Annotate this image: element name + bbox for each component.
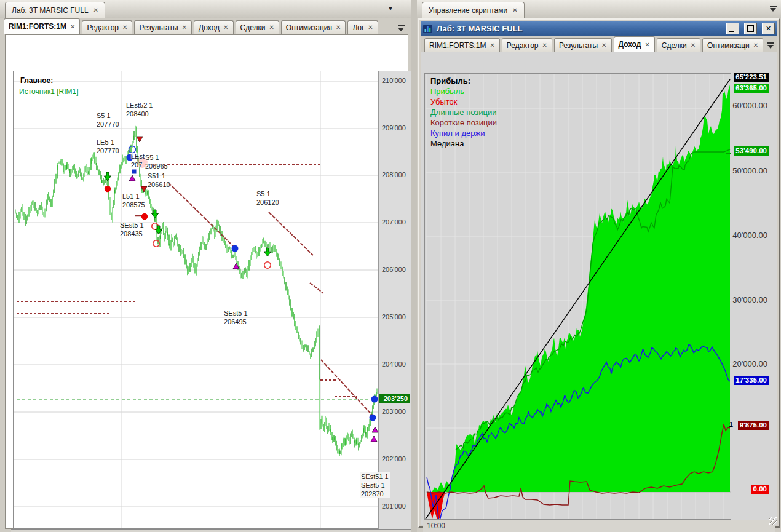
value-badge: 53'490.00 bbox=[734, 146, 769, 156]
workspace-tab-lab[interactable]: Лаб: 3T MARSIC FULL ✕ bbox=[5, 2, 105, 18]
time-axis: 16:00 11.04.2011 12.04.2011 bbox=[11, 529, 411, 532]
value-badge: 65'223.51 bbox=[734, 73, 769, 82]
tab-close-icon[interactable]: ✕ bbox=[122, 24, 127, 31]
y-axis-label: 209'000 bbox=[382, 124, 406, 132]
tab-доход[interactable]: Доход✕ bbox=[614, 36, 655, 52]
chart-group-header[interactable]: Главное: bbox=[20, 76, 53, 85]
long-entry-triangle-icon bbox=[372, 427, 378, 432]
entry-dot-icon bbox=[371, 396, 378, 403]
tab-сделки[interactable]: Сделки✕ bbox=[236, 20, 279, 34]
tab-close-icon[interactable]: ✕ bbox=[644, 41, 649, 48]
equity-axis-labels: 60'000.0050'000.0040'000.0030'000.0020'0… bbox=[727, 71, 772, 520]
tab-label: Лог bbox=[352, 23, 364, 32]
right-panel: Управление скриптами ✕ Лаб: 3T MARSIC FU… bbox=[417, 0, 781, 532]
stop-dot-icon bbox=[105, 186, 111, 192]
panel-menu-arrow-icon[interactable]: ▼ bbox=[387, 5, 394, 12]
legend-item[interactable]: Купил и держи bbox=[430, 128, 497, 138]
tab-rim1-forts-1m[interactable]: RIM1:FORTS:1M✕ bbox=[424, 38, 500, 52]
app-icon bbox=[423, 24, 433, 34]
y-axis-label: 30'000.00 bbox=[732, 295, 767, 304]
tab-close-icon[interactable]: ✕ bbox=[223, 24, 228, 31]
close-icon[interactable]: ✕ bbox=[93, 7, 98, 14]
y-axis-label: 207'000 bbox=[382, 218, 406, 226]
tab-overflow-icon[interactable] bbox=[398, 25, 406, 32]
tab-результаты[interactable]: Результаты✕ bbox=[554, 38, 612, 52]
value-badge: 9'875.00 bbox=[738, 421, 769, 430]
tab-label: Доход bbox=[619, 40, 641, 49]
workspace-tab-scripts[interactable]: Управление скриптами ✕ bbox=[422, 2, 525, 18]
tab-оптимизаци[interactable]: Оптимизаци✕ bbox=[702, 38, 763, 52]
y-axis-label: 205'000 bbox=[382, 313, 406, 320]
equity-chart-area: Прибыль:ПрибыльУбытокДлинные позицииКоро… bbox=[421, 52, 777, 525]
tab-label: Доход bbox=[199, 23, 220, 32]
window-titlebar[interactable]: Лаб: 3T MARSIC FULL ✕ bbox=[421, 21, 777, 36]
chart-source-label[interactable]: Источник1 [RIM1] bbox=[19, 87, 79, 96]
tab-доход[interactable]: Доход✕ bbox=[194, 20, 233, 34]
price-chart[interactable] bbox=[13, 71, 379, 529]
price-chart-frame: 210'000209'000208'000207'000206'000205'0… bbox=[5, 34, 408, 529]
tab-close-icon[interactable]: ✕ bbox=[336, 24, 341, 31]
legend-item[interactable]: Прибыль bbox=[430, 86, 497, 97]
close-button[interactable]: ✕ bbox=[762, 23, 775, 34]
equity-time-axis: 10:00 17.03.2011 24.03.2011 31.03.2011 0… bbox=[423, 520, 775, 532]
pending-circle-icon bbox=[264, 262, 271, 268]
tab-редактор[interactable]: Редактор✕ bbox=[82, 20, 132, 34]
legend-item[interactable]: Медиана bbox=[430, 138, 497, 149]
panel-overflow-icon[interactable] bbox=[770, 5, 778, 12]
entry-dot-icon bbox=[232, 245, 239, 252]
tab-overflow-icon[interactable] bbox=[767, 42, 775, 49]
tab-close-icon[interactable]: ✕ bbox=[542, 42, 547, 49]
y-axis-label: 210'000 bbox=[382, 77, 406, 84]
workspace-tab-label: Управление скриптами bbox=[429, 6, 507, 15]
workspace-tabstrip-left: Лаб: 3T MARSIC FULL ✕ ▼ bbox=[0, 0, 411, 18]
plot-border bbox=[14, 71, 379, 529]
trade-label: LEst207 bbox=[131, 152, 145, 169]
workspace-tabstrip-right: Управление скриптами ✕ bbox=[417, 0, 781, 18]
tab-close-icon[interactable]: ✕ bbox=[490, 42, 494, 49]
tab-сделки[interactable]: Сделки✕ bbox=[657, 38, 700, 52]
tab-label: Оптимизация bbox=[286, 23, 332, 32]
tab-close-icon[interactable]: ✕ bbox=[691, 42, 696, 49]
current-price-badge: 203'250 bbox=[379, 394, 410, 403]
tab-close-icon[interactable]: ✕ bbox=[368, 24, 373, 31]
value-badge: 17'335.00 bbox=[734, 376, 769, 385]
resize-grip[interactable] bbox=[769, 517, 777, 525]
tab-лог[interactable]: Лог✕ bbox=[347, 20, 378, 34]
sell-triangle-icon bbox=[137, 137, 143, 142]
tab-close-icon[interactable]: ✕ bbox=[182, 24, 187, 31]
y-axis-label: 60'000.00 bbox=[732, 101, 767, 110]
tab-оптимизация[interactable]: Оптимизация✕ bbox=[281, 20, 346, 34]
legend-item[interactable]: Убыток bbox=[430, 97, 497, 107]
app-root: Лаб: 3T MARSIC FULL ✕ ▼ RIM1:FORTS:1M✕Ре… bbox=[0, 0, 781, 532]
tab-rim1-forts-1m[interactable]: RIM1:FORTS:1M✕ bbox=[4, 18, 80, 34]
left-doc-tabstrip: RIM1:FORTS:1M✕Редактор✕Результаты✕Доход✕… bbox=[0, 18, 396, 34]
maximize-button[interactable] bbox=[744, 23, 757, 34]
tab-label: Редактор bbox=[507, 41, 539, 50]
legend-item[interactable]: Длинные позиции bbox=[430, 107, 497, 117]
stop-dot-icon bbox=[141, 213, 148, 220]
trend-lines[interactable] bbox=[17, 164, 375, 418]
tab-label: Результаты bbox=[559, 41, 598, 50]
workspace-tab-label: Лаб: 3T MARSIC FULL bbox=[12, 6, 89, 15]
trade-label: L51 1208575 bbox=[122, 192, 145, 209]
tab-close-icon[interactable]: ✕ bbox=[269, 24, 274, 31]
tab-close-icon[interactable]: ✕ bbox=[601, 42, 606, 49]
tab-close-icon[interactable]: ✕ bbox=[753, 42, 758, 49]
tab-редактор[interactable]: Редактор✕ bbox=[502, 38, 552, 52]
trade-label: S5 1206965 bbox=[145, 153, 168, 170]
value-badge: 63'365.00 bbox=[734, 84, 769, 93]
y-axis-label: 40'000.00 bbox=[732, 231, 767, 240]
tab-close-icon[interactable]: ✕ bbox=[70, 23, 75, 30]
tab-результаты[interactable]: Результаты✕ bbox=[134, 20, 192, 34]
y-axis-label: 202'000 bbox=[382, 455, 406, 463]
window-title: Лаб: 3T MARSIC FULL bbox=[437, 24, 721, 33]
panel-splitter[interactable] bbox=[411, 0, 417, 532]
trade-label: S5 1207770 bbox=[97, 111, 119, 129]
close-icon[interactable]: ✕ bbox=[512, 7, 517, 14]
trade-label: LE5 1207770 bbox=[97, 138, 119, 155]
trade-label: S5 1206120 bbox=[256, 189, 279, 207]
tab-label: RIM1:FORTS:1M bbox=[9, 22, 66, 31]
trade-label: SEst5 1208435 bbox=[120, 221, 144, 238]
minimize-button[interactable] bbox=[726, 23, 739, 34]
legend-item[interactable]: Короткие позиции bbox=[430, 117, 497, 128]
